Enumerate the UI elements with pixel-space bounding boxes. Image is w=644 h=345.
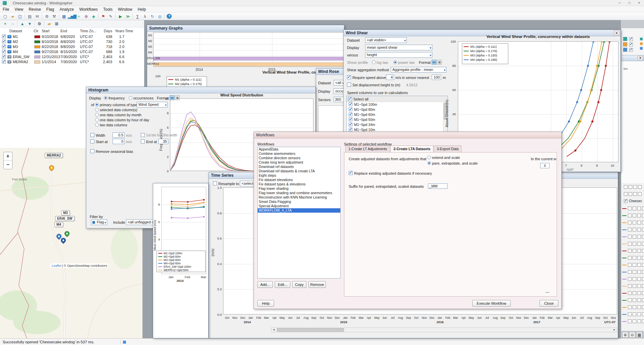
legend-checkbox[interactable] [628, 291, 632, 295]
legend-checkbox[interactable] [637, 249, 641, 253]
shear-agg-select[interactable]: Aggregate profile - mean [391, 67, 446, 73]
workflow-item[interactable]: WORKFLOW_4_LTA [258, 208, 340, 213]
workflow-copy-button[interactable]: Copy [292, 281, 306, 288]
workflow-item[interactable]: Eight steps [258, 173, 340, 178]
menu-analyze[interactable]: Analyze [57, 6, 77, 12]
legend-checkbox[interactable] [642, 228, 644, 231]
workflow-add-button[interactable]: Add... [257, 281, 273, 288]
column-header-years[interactable]: Years [113, 29, 124, 33]
map-icon[interactable]: ◈ [90, 13, 97, 19]
cheesecake-checkbox[interactable] [624, 199, 628, 203]
menu-revise[interactable]: Revise [26, 6, 44, 12]
open-icon[interactable]: ▰ [9, 13, 16, 19]
hist-width-input[interactable]: 0.5 [113, 132, 125, 138]
menu-window[interactable]: Window [115, 6, 135, 12]
dataset-row-merra2[interactable]: ●MERRA21/1/20147/30/2020UTC*2,4036.6 [0, 59, 144, 64]
hist-width-checkbox[interactable] [90, 133, 94, 137]
time-series-scrollbar[interactable]: ◄ ► [271, 328, 617, 332]
legend-checkbox[interactable] [624, 185, 628, 189]
legend-checkbox[interactable] [638, 192, 642, 196]
column-header-days[interactable]: Days [99, 29, 112, 33]
legend-checkbox[interactable] [628, 270, 632, 274]
legend-checkbox[interactable] [637, 228, 641, 231]
swatch-checkbox[interactable] [629, 37, 633, 41]
edit-icon[interactable]: ✎ [107, 13, 114, 19]
speed-column-item[interactable]: M1~Spd 34m [347, 122, 447, 127]
legend-checkbox[interactable] [633, 207, 636, 210]
shear-nearest-input[interactable]: 100 [432, 75, 441, 80]
globe-icon[interactable]: ◎ [156, 13, 163, 19]
close-dialog-button[interactable]: Close [540, 300, 558, 307]
dataset-visible-checkbox[interactable] [2, 40, 6, 43]
legend-checkbox[interactable] [633, 192, 637, 196]
legend-checkbox[interactable] [633, 228, 636, 231]
workflow-remove-button[interactable]: Remove [308, 281, 326, 288]
legend-checkbox[interactable] [628, 305, 632, 309]
shear-speed-input[interactable]: 4 [386, 75, 394, 80]
hist-start-input[interactable]: 0 [113, 139, 125, 144]
shear-versus-select[interactable]: height [365, 52, 432, 58]
dataset-row-erai_sw[interactable]: ●ERAI_SW12/31/20137/30/2020UTC*2,4036.6 [0, 54, 144, 59]
time-series-icon[interactable]: ≈ [75, 13, 82, 19]
legend-checkbox[interactable] [642, 291, 644, 295]
speed-column-item[interactable]: M1~Spd 60m [347, 112, 447, 117]
histogram-title-bar[interactable]: Histogram [86, 87, 315, 93]
settings-icon[interactable]: ⚙ [43, 13, 50, 19]
resample-checkbox[interactable] [213, 181, 217, 185]
legend-checkbox[interactable] [628, 319, 632, 323]
speed-column-item[interactable]: M1~Spd 80m [347, 107, 447, 112]
hist-of-radio-3[interactable] [95, 118, 99, 122]
data-table-icon[interactable]: ▦ [60, 13, 68, 19]
workflow-item[interactable]: Combine anemometers [258, 152, 340, 156]
speed-column-checkbox[interactable] [349, 118, 352, 121]
speed-column-checkbox[interactable] [349, 128, 352, 131]
menu-help[interactable]: Help [135, 6, 149, 12]
legend-checkbox[interactable] [642, 284, 644, 288]
hist-of-radio-0[interactable] [95, 103, 99, 106]
legend-checkbox[interactable] [637, 277, 641, 281]
workflow-item[interactable]: Download ref datasets [258, 165, 340, 169]
workflow-item[interactable]: Flag tower shading and combine anemomete… [258, 191, 340, 195]
title-bar[interactable]: Cheesecake.windog - Windographer ─ □ × [0, 0, 644, 6]
speed-column-item[interactable]: M1~Spd 100m [347, 102, 447, 107]
close-button[interactable]: × [634, 0, 644, 6]
dataset-folder-icon[interactable]: ▰ [45, 20, 53, 27]
legend-checkbox[interactable] [633, 305, 636, 309]
print-icon[interactable]: ▤ [26, 13, 33, 19]
legend-checkbox[interactable] [633, 270, 636, 274]
legend-checkbox[interactable] [642, 242, 644, 246]
dataset-visible-checkbox[interactable] [2, 55, 6, 58]
legend-checkbox[interactable] [637, 270, 641, 274]
bar-chart-icon[interactable]: ▂▅▇ [68, 13, 75, 19]
hist-end-checkbox[interactable] [141, 139, 145, 143]
workflow-item[interactable]: AppendData [258, 147, 340, 152]
legend-checkbox[interactable] [637, 207, 641, 210]
legend-checkbox[interactable] [633, 298, 636, 302]
move-down-icon[interactable]: ▼ [26, 20, 33, 27]
legend-checkbox[interactable] [637, 312, 641, 316]
legend-checkbox[interactable] [633, 242, 636, 246]
legend-checkbox[interactable] [637, 221, 641, 224]
scroll-right-arrow[interactable]: ► [612, 328, 617, 332]
run-all-icon[interactable]: ≫ [124, 13, 131, 19]
legend-checkbox[interactable] [633, 277, 636, 281]
hist-format-table-button[interactable]: ▦ [175, 95, 180, 100]
hist-flag-select[interactable]: Flag [91, 219, 107, 225]
legend-checkbox[interactable] [633, 214, 636, 217]
legend-checkbox[interactable] [633, 235, 636, 239]
legend-checkbox[interactable] [642, 277, 644, 281]
shear-displacement-checkbox[interactable] [347, 83, 351, 87]
help-icon[interactable]: ? [167, 14, 172, 19]
legend-checkbox[interactable] [637, 298, 641, 302]
tab-3[interactable]: 3-Export Data [434, 145, 462, 152]
speed-column-item[interactable]: M1~Spd 50m [347, 117, 447, 122]
menu-file[interactable]: File [0, 6, 12, 12]
hidden-window-close-icon[interactable]: × [638, 56, 643, 60]
legend-checkbox[interactable] [642, 263, 644, 267]
legend-checkbox[interactable] [629, 192, 632, 196]
legend-checkbox[interactable] [629, 185, 632, 189]
dataset-row-m2[interactable]: ≈M28/10/20188/8/2020UTC-077302.0 [0, 39, 144, 44]
map-marker-label-erai[interactable]: ERAI_SW [55, 216, 75, 221]
flag-icon[interactable]: ⚑ [99, 13, 107, 19]
legend-checkbox[interactable] [637, 214, 641, 217]
